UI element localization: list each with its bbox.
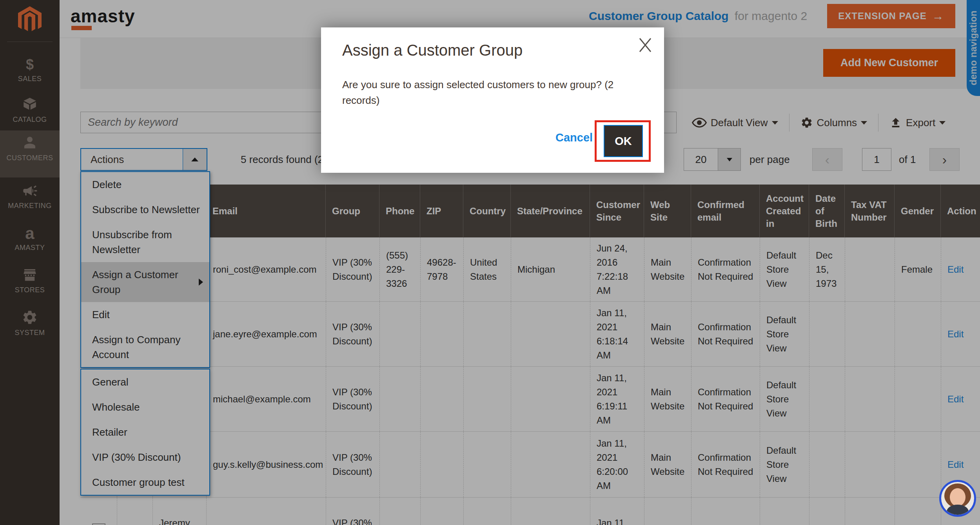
modal-message: Are you sure to assign selected customer… [342,77,640,108]
assign-group-modal: Assign a Customer Group Are you sure to … [321,27,664,173]
close-icon[interactable] [637,36,654,53]
avatar-face [950,488,965,506]
avatar-body [947,505,969,517]
modal-title: Assign a Customer Group [342,42,523,59]
chat-widget-avatar[interactable] [939,480,976,517]
magento-admin-page: $SALESCATALOGCUSTOMERSMARKETINGaAMASTYST… [0,0,980,525]
cancel-button[interactable]: Cancel [555,131,593,144]
ok-button[interactable]: OK [604,125,643,157]
